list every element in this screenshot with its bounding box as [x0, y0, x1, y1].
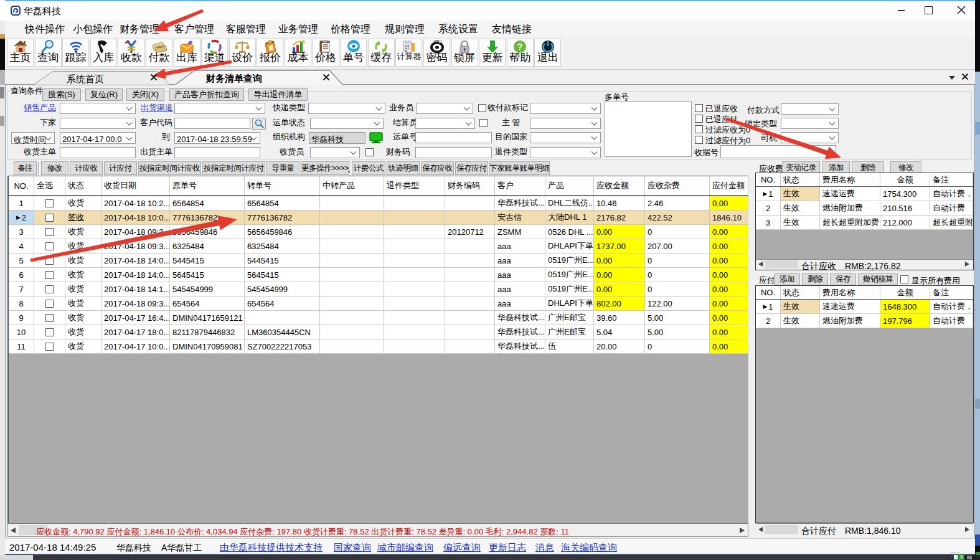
svg-text:?: ? — [517, 41, 523, 52]
